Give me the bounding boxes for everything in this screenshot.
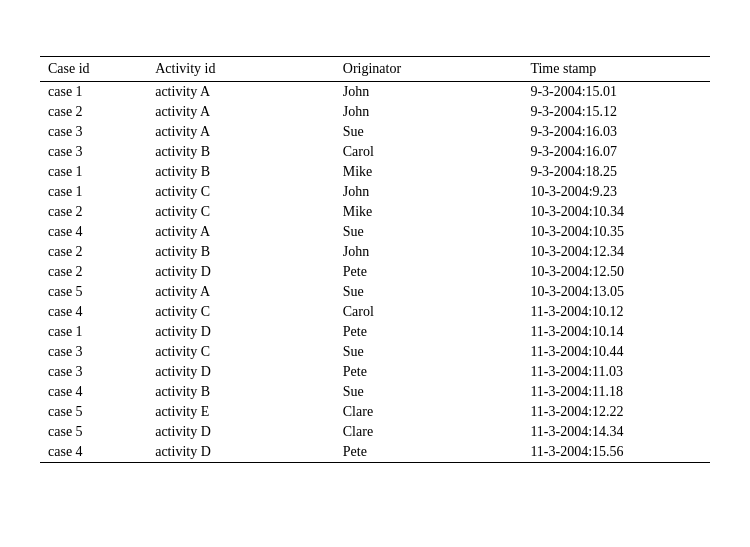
originator-cell: Pete (335, 362, 523, 382)
table-row: case 4activity BSue11-3-2004:11.18 (40, 382, 710, 402)
timestamp-cell: 11-3-2004:12.22 (522, 402, 710, 422)
originator-cell: Clare (335, 422, 523, 442)
table-row: case 3activity ASue9-3-2004:16.03 (40, 122, 710, 142)
originator-cell: John (335, 102, 523, 122)
timestamp-cell: 11-3-2004:11.03 (522, 362, 710, 382)
case-id-cell: case 5 (40, 402, 147, 422)
case-id-cell: case 3 (40, 362, 147, 382)
originator-cell: Mike (335, 162, 523, 182)
case-id-cell: case 1 (40, 162, 147, 182)
activity-cell: activity E (147, 402, 335, 422)
table-row: case 1activity DPete11-3-2004:10.14 (40, 322, 710, 342)
activity-cell: activity C (147, 202, 335, 222)
timestamp-cell: 10-3-2004:13.05 (522, 282, 710, 302)
table-row: case 4activity CCarol11-3-2004:10.12 (40, 302, 710, 322)
timestamp-cell: 11-3-2004:10.12 (522, 302, 710, 322)
originator-cell: Clare (335, 402, 523, 422)
timestamp-cell: 9-3-2004:16.07 (522, 142, 710, 162)
table-title (40, 30, 710, 46)
event-log-table: Case id Activity id Originator Time stam… (40, 56, 710, 463)
case-id-cell: case 3 (40, 342, 147, 362)
table-row: case 3activity BCarol9-3-2004:16.07 (40, 142, 710, 162)
case-id-cell: case 3 (40, 122, 147, 142)
activity-cell: activity D (147, 422, 335, 442)
originator-cell: Pete (335, 322, 523, 342)
timestamp-cell: 11-3-2004:15.56 (522, 442, 710, 463)
timestamp-cell: 10-3-2004:9.23 (522, 182, 710, 202)
col-header-originator: Originator (335, 57, 523, 82)
table-row: case 1activity BMike9-3-2004:18.25 (40, 162, 710, 182)
case-id-cell: case 2 (40, 102, 147, 122)
activity-cell: activity A (147, 102, 335, 122)
timestamp-cell: 10-3-2004:10.34 (522, 202, 710, 222)
case-id-cell: case 2 (40, 262, 147, 282)
timestamp-cell: 10-3-2004:10.35 (522, 222, 710, 242)
originator-cell: John (335, 242, 523, 262)
table-row: case 1activity CJohn10-3-2004:9.23 (40, 182, 710, 202)
timestamp-cell: 11-3-2004:10.44 (522, 342, 710, 362)
case-id-cell: case 1 (40, 82, 147, 103)
table-row: case 2activity DPete10-3-2004:12.50 (40, 262, 710, 282)
activity-cell: activity B (147, 382, 335, 402)
table-container: Case id Activity id Originator Time stam… (40, 30, 710, 463)
originator-cell: John (335, 182, 523, 202)
activity-cell: activity B (147, 162, 335, 182)
timestamp-cell: 11-3-2004:11.18 (522, 382, 710, 402)
originator-cell: Pete (335, 262, 523, 282)
col-header-case: Case id (40, 57, 147, 82)
col-header-activity: Activity id (147, 57, 335, 82)
activity-cell: activity B (147, 242, 335, 262)
originator-cell: Pete (335, 442, 523, 463)
timestamp-cell: 11-3-2004:10.14 (522, 322, 710, 342)
table-row: case 3activity DPete11-3-2004:11.03 (40, 362, 710, 382)
case-id-cell: case 5 (40, 422, 147, 442)
originator-cell: John (335, 82, 523, 103)
activity-cell: activity C (147, 302, 335, 322)
originator-cell: Sue (335, 382, 523, 402)
case-id-cell: case 3 (40, 142, 147, 162)
table-row: case 2activity CMike10-3-2004:10.34 (40, 202, 710, 222)
table-row: case 4activity ASue10-3-2004:10.35 (40, 222, 710, 242)
timestamp-cell: 9-3-2004:16.03 (522, 122, 710, 142)
case-id-cell: case 1 (40, 322, 147, 342)
table-header-row: Case id Activity id Originator Time stam… (40, 57, 710, 82)
table-row: case 2activity AJohn9-3-2004:15.12 (40, 102, 710, 122)
activity-cell: activity B (147, 142, 335, 162)
activity-cell: activity D (147, 322, 335, 342)
col-header-timestamp: Time stamp (522, 57, 710, 82)
activity-cell: activity A (147, 282, 335, 302)
table-row: case 5activity DClare11-3-2004:14.34 (40, 422, 710, 442)
table-row: case 4activity DPete11-3-2004:15.56 (40, 442, 710, 463)
originator-cell: Carol (335, 302, 523, 322)
activity-cell: activity C (147, 342, 335, 362)
table-row: case 3activity CSue11-3-2004:10.44 (40, 342, 710, 362)
timestamp-cell: 9-3-2004:15.01 (522, 82, 710, 103)
case-id-cell: case 4 (40, 382, 147, 402)
case-id-cell: case 4 (40, 442, 147, 463)
activity-cell: activity A (147, 122, 335, 142)
activity-cell: activity A (147, 82, 335, 103)
activity-cell: activity D (147, 262, 335, 282)
case-id-cell: case 1 (40, 182, 147, 202)
activity-cell: activity C (147, 182, 335, 202)
table-row: case 1activity AJohn9-3-2004:15.01 (40, 82, 710, 103)
originator-cell: Sue (335, 122, 523, 142)
originator-cell: Carol (335, 142, 523, 162)
originator-cell: Sue (335, 222, 523, 242)
case-id-cell: case 2 (40, 202, 147, 222)
case-id-cell: case 2 (40, 242, 147, 262)
timestamp-cell: 11-3-2004:14.34 (522, 422, 710, 442)
originator-cell: Sue (335, 342, 523, 362)
timestamp-cell: 10-3-2004:12.34 (522, 242, 710, 262)
timestamp-cell: 10-3-2004:12.50 (522, 262, 710, 282)
case-id-cell: case 4 (40, 222, 147, 242)
activity-cell: activity D (147, 362, 335, 382)
table-row: case 5activity ASue10-3-2004:13.05 (40, 282, 710, 302)
originator-cell: Mike (335, 202, 523, 222)
originator-cell: Sue (335, 282, 523, 302)
activity-cell: activity D (147, 442, 335, 463)
case-id-cell: case 5 (40, 282, 147, 302)
table-row: case 2activity BJohn10-3-2004:12.34 (40, 242, 710, 262)
table-row: case 5activity EClare11-3-2004:12.22 (40, 402, 710, 422)
timestamp-cell: 9-3-2004:18.25 (522, 162, 710, 182)
